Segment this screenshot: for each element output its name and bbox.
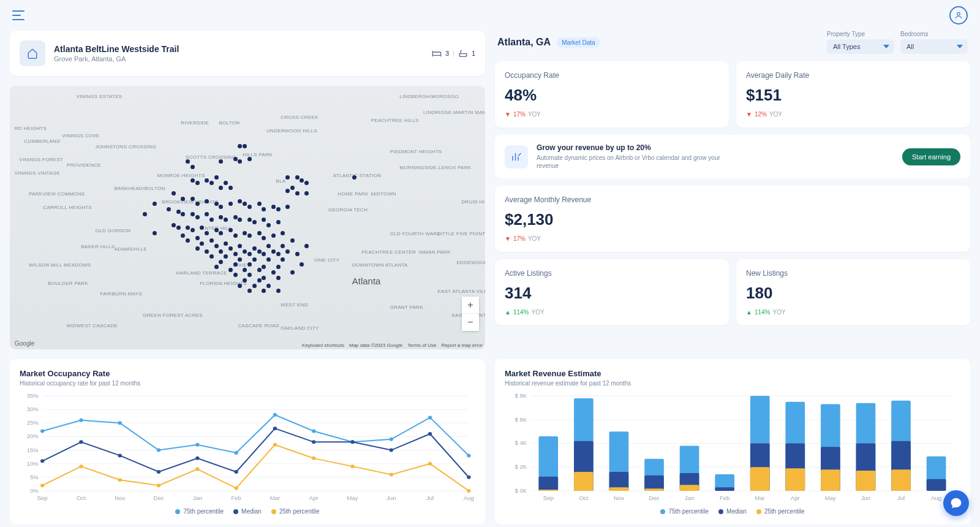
svg-point-53 — [467, 476, 470, 479]
kpi-yoy: YOY — [528, 111, 541, 118]
chart-subtitle: Historical revenue estimate for past 12 … — [505, 380, 960, 387]
menu-icon[interactable] — [12, 10, 24, 20]
svg-text:Feb: Feb — [720, 495, 729, 501]
property-meta: 3 | 1 — [432, 50, 475, 57]
bedrooms-label: Bedrooms — [900, 31, 968, 37]
svg-point-50 — [350, 440, 354, 444]
svg-point-59 — [234, 487, 238, 490]
svg-text:Nov: Nov — [614, 495, 624, 501]
kpi-occupancy: Occupancy Rate 48% ▼17%YOY — [495, 61, 729, 127]
svg-text:Oct: Oct — [77, 495, 86, 501]
svg-point-32 — [118, 421, 122, 425]
chart-legend: 75th percentile Median 25th percentile — [505, 508, 960, 515]
svg-rect-119 — [821, 469, 840, 491]
svg-text:May: May — [825, 495, 836, 501]
occupancy-line-chart: 0%5%10%15%20%25%30%35%SepOctNovDecJanFeb… — [20, 393, 475, 503]
svg-text:Sep: Sep — [37, 495, 48, 501]
svg-point-62 — [350, 464, 354, 468]
svg-point-33 — [157, 449, 160, 452]
promo-title: Grow your revenue by up to 20% — [537, 143, 894, 152]
kpi-label: Average Monthly Revenue — [505, 195, 960, 204]
svg-point-40 — [428, 415, 432, 419]
chart-title: Market Revenue Estimate — [505, 369, 960, 378]
svg-text:Mar: Mar — [755, 495, 765, 501]
svg-point-49 — [312, 440, 315, 444]
growth-icon — [505, 145, 528, 169]
legend-label: 25th percentile — [764, 508, 805, 515]
svg-text:$ 4K: $ 4K — [515, 441, 527, 447]
svg-text:Apr: Apr — [791, 495, 800, 501]
svg-text:Jun: Jun — [861, 495, 870, 501]
chart-title: Market Occupancy Rate — [20, 369, 475, 378]
svg-point-35 — [234, 451, 238, 455]
svg-point-55 — [79, 464, 83, 468]
account-avatar[interactable] — [949, 6, 968, 25]
svg-point-46 — [195, 457, 199, 460]
svg-point-34 — [195, 443, 199, 447]
svg-text:Apr: Apr — [309, 495, 318, 501]
arrow-down-icon: ▼ — [505, 235, 511, 242]
kpi-value: $2,130 — [505, 210, 960, 229]
bed-icon — [432, 50, 442, 57]
svg-text:20%: 20% — [27, 434, 39, 440]
svg-text:Jul: Jul — [426, 495, 434, 501]
kpi-adr: Average Daily Rate $151 ▼12%YOY — [736, 61, 970, 127]
svg-point-56 — [118, 478, 122, 482]
svg-point-41 — [467, 453, 470, 457]
revenue-bar-chart: $ 0K$ 2K$ 4K$ 6K$ 8KSepOctNovDecJanFebMa… — [505, 393, 960, 503]
start-earning-button[interactable]: Start earning — [902, 148, 960, 165]
property-title: Atlanta BeltLine Westside Trail — [54, 44, 423, 54]
market-data-badge: Market Data — [557, 37, 600, 48]
market-title: Atlanta, GA — [497, 37, 551, 48]
kpi-delta: 12% — [755, 111, 767, 118]
svg-rect-121 — [891, 469, 911, 491]
svg-rect-113 — [574, 472, 594, 491]
svg-point-47 — [234, 470, 238, 474]
svg-text:$ 8K: $ 8K — [515, 393, 527, 399]
svg-point-45 — [157, 470, 160, 474]
kpi-yoy: YOY — [528, 235, 541, 242]
svg-point-42 — [40, 459, 44, 463]
kpi-delta: 17% — [513, 111, 526, 118]
promo-card: Grow your revenue by up to 20% Automate … — [495, 135, 970, 178]
svg-text:10%: 10% — [27, 461, 39, 467]
bedrooms-select[interactable]: All — [900, 39, 968, 54]
legend-label: Median — [726, 508, 747, 515]
zoom-in-button[interactable]: + — [462, 297, 479, 314]
svg-point-43 — [79, 440, 83, 444]
svg-text:May: May — [347, 495, 358, 501]
svg-point-65 — [467, 489, 470, 493]
svg-text:Aug: Aug — [464, 495, 474, 501]
svg-point-57 — [157, 483, 160, 487]
chart-subtitle: Historical occupancy rate for past 12 mo… — [20, 380, 475, 387]
legend-label: Median — [241, 508, 262, 515]
svg-point-31 — [79, 419, 83, 422]
kpi-yoy: YOY — [531, 309, 544, 316]
property-type-select[interactable]: All Types — [827, 39, 894, 54]
svg-text:$ 6K: $ 6K — [515, 417, 527, 423]
kpi-delta: 17% — [513, 235, 526, 242]
property-type-label: Property Type — [827, 31, 894, 37]
occupancy-chart-card: Market Occupancy Rate Historical occupan… — [10, 359, 485, 525]
svg-rect-114 — [609, 487, 629, 491]
legend-label: 75th percentile — [668, 508, 709, 515]
svg-text:$ 0K: $ 0K — [515, 488, 527, 494]
svg-text:30%: 30% — [27, 406, 39, 412]
svg-point-58 — [195, 468, 199, 471]
svg-text:Aug: Aug — [931, 495, 941, 501]
svg-rect-116 — [680, 485, 699, 491]
svg-point-39 — [390, 438, 393, 441]
chat-bubble-icon[interactable] — [943, 490, 969, 516]
city-label: Atlanta — [352, 276, 381, 286]
svg-text:$ 2K: $ 2K — [515, 464, 527, 470]
market-map[interactable]: Atlanta VININGS ESTATESRD HEIGHTSLINDBER… — [10, 86, 485, 349]
kpi-yoy: YOY — [772, 309, 785, 316]
kpi-value: $151 — [746, 86, 960, 105]
zoom-out-button[interactable]: − — [462, 314, 479, 331]
svg-text:Nov: Nov — [115, 495, 125, 501]
svg-rect-115 — [644, 488, 664, 491]
svg-text:Dec: Dec — [154, 495, 164, 501]
beds-count: 3 — [445, 50, 449, 57]
svg-text:Mar: Mar — [270, 495, 280, 501]
svg-rect-117 — [750, 467, 770, 491]
